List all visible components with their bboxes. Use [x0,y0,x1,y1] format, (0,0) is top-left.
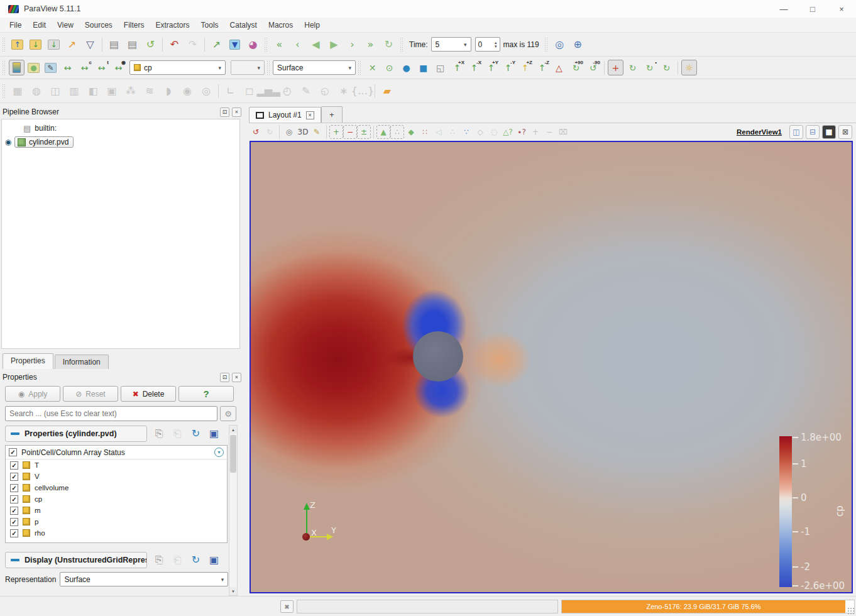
render-viewport[interactable]: 1.8e+0010-1-2-2.6e+00 cp Z Y X [250,141,853,593]
toggle-3d-mode-button[interactable]: 3D [296,125,310,139]
menu-view[interactable]: View [52,19,79,31]
reset-camera-icon[interactable]: ✕ [365,60,380,75]
toolbar-grip[interactable] [264,37,268,52]
toggle-selection-icon[interactable]: ± [357,125,371,139]
save-defaults-icon[interactable]: ▣ [206,425,222,442]
query-cells-icon[interactable]: △? [501,125,515,139]
reset-camera-closest-icon[interactable]: ● [398,60,414,75]
float-dock-button[interactable]: ⊡ [220,107,229,117]
spinner-arrows-icon[interactable]: ▴▾ [495,41,497,48]
loop-icon[interactable]: ↻ [380,36,397,53]
copy-properties-icon[interactable]: ⎘ [151,425,168,442]
zoom-camera-icon[interactable]: ◎ [551,36,568,53]
set-view-plus-z-icon[interactable]: ↑+Z [517,60,533,75]
reset-session-icon[interactable]: ↺ [142,36,159,53]
previous-frame-icon[interactable]: ‹ [289,36,306,53]
toolbar-grip[interactable] [2,37,6,52]
open-file-icon[interactable]: ↑ [9,36,26,53]
save-defaults-icon[interactable]: ▣ [206,551,222,568]
save-screenshot-icon[interactable]: ◎ [282,125,296,139]
color-map-editor-icon[interactable] [9,60,25,75]
colorbar[interactable]: 1.8e+0010-1-2-2.6e+00 [779,436,792,587]
last-frame-icon[interactable]: » [362,36,379,53]
cylinder-surface[interactable] [413,331,463,382]
source-section-header[interactable]: Properties (cylinder.pvd) [5,426,147,442]
auto-apply-icon[interactable]: ↗ [208,36,225,53]
hover-points-icon[interactable]: ∵ [459,125,473,139]
collapse-icon[interactable] [11,432,19,435]
close-tab-icon[interactable]: × [306,111,314,119]
resize-grip[interactable] [847,607,855,615]
color-palette-icon[interactable]: ◕ [244,36,261,53]
scroll-up-icon[interactable]: ▴ [229,426,237,434]
reload-properties-icon[interactable]: ↻ [187,425,204,442]
menu-sources[interactable]: Sources [79,19,118,31]
play-icon[interactable]: ▶ [326,36,343,53]
capture-screenshot-icon[interactable]: ↗ [63,36,80,53]
disconnect-server-icon[interactable]: ▤ [124,36,141,53]
set-view-plus-y-icon[interactable]: ↑+Y [483,60,499,75]
reset-rotation-center-icon[interactable]: ↻• [642,60,657,75]
menu-help[interactable]: Help [299,19,326,31]
menu-macros[interactable]: Macros [263,19,299,31]
array-checkbox-cellvolume[interactable]: ✓ [10,484,18,492]
array-status-checkbox[interactable]: ✓ [9,448,17,456]
maximize-view-button[interactable]: ■ [822,125,836,139]
representation-select[interactable]: Surface ▾ [273,60,356,75]
paraview-flask-icon[interactable]: ▽ [82,36,99,53]
undo-icon[interactable]: ↶ [166,36,183,53]
tab-information[interactable]: Information [55,355,109,369]
first-frame-icon[interactable]: « [271,36,288,53]
zoom-to-box-icon[interactable]: ◱ [432,60,448,75]
light-kit-icon[interactable]: ☼ [681,60,697,75]
rescale-temporal-range-icon[interactable]: ↔t [94,60,109,75]
select-points-on-icon[interactable]: ∴ [390,125,404,139]
rescale-custom-range-icon[interactable]: ↔c [77,60,92,75]
new-layout-tab[interactable]: + [321,106,343,123]
menu-extractors[interactable]: Extractors [150,19,195,31]
isometric-view-icon[interactable]: △ [551,60,567,75]
array-checkbox-m[interactable]: ✓ [10,507,18,515]
time-value-combo[interactable]: 5 ▾ [431,37,471,52]
magnifier-pencil-icon[interactable]: ✎ [310,125,324,139]
set-view-plus-x-icon[interactable]: ↑+X [449,60,465,75]
representation-panel-select[interactable]: Surface ▾ [60,572,228,586]
split-horizontal-button[interactable]: ◫ [789,125,803,139]
tab-layout-1[interactable]: Layout #1 × [249,107,321,123]
delete-button[interactable]: ✖ Delete [121,386,176,402]
array-checkbox-cp[interactable]: ✓ [10,495,18,503]
help-button[interactable]: ? [178,386,234,402]
menu-edit[interactable]: Edit [27,19,52,31]
properties-scrollbar[interactable]: ▴ ▾ [229,425,238,596]
camera-undo-icon[interactable]: ↺ [249,125,263,139]
close-dock-button[interactable]: × [232,107,241,117]
float-dock-button[interactable]: ⊡ [220,373,229,382]
toolbar-grip[interactable] [266,60,271,75]
query-points-icon[interactable]: ∙? [515,125,529,139]
toolbar-grip[interactable] [544,37,549,52]
connect-server-icon[interactable]: ▤ [106,36,123,53]
search-input[interactable] [5,406,217,421]
selection-colors-icon[interactable]: ▼ [226,36,243,53]
next-frame-icon[interactable]: › [344,36,361,53]
toolbar-grip[interactable] [358,60,362,75]
copy-properties-icon[interactable]: ⎘ [151,551,168,568]
pipeline-item-cylinder[interactable]: ◉ cylinder.pvd [2,135,239,149]
abort-task-button[interactable]: ✖ [280,600,294,613]
select-cells-on-icon[interactable]: ▲ [376,125,390,139]
pick-rotation-center-icon[interactable]: ↻ [625,60,640,75]
scroll-down-icon[interactable]: ▾ [229,587,237,595]
close-view-button[interactable]: ⊠ [838,125,852,139]
split-vertical-button[interactable]: ⊟ [806,125,820,139]
frame-spinbox[interactable]: 0 ▴▾ [475,37,500,52]
menu-catalyst[interactable]: Catalyst [224,19,263,31]
show-center-axes-icon[interactable]: + [608,60,623,75]
close-dock-button[interactable]: × [232,373,241,382]
collapse-icon[interactable] [11,559,19,561]
menu-file[interactable]: File [4,19,27,31]
rotate-90-cw-icon[interactable]: ↻+90 [568,60,584,75]
rescale-visible-range-icon[interactable]: ↔◉ [111,60,126,75]
set-view-minus-z-icon[interactable]: ↑-Z [534,60,550,75]
scrollbar-thumb[interactable] [230,435,236,473]
zoom-closest-to-data-icon[interactable]: ■ [415,60,431,75]
